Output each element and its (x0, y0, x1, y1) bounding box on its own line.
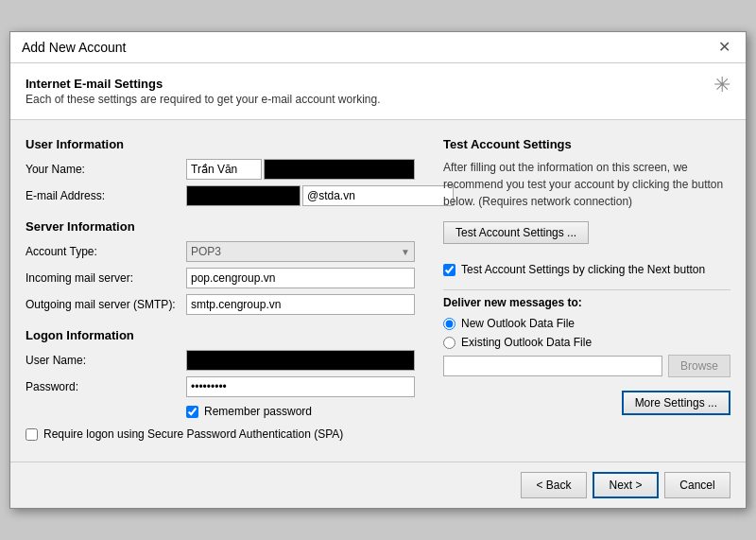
account-type-select[interactable]: POP3 ▼ (186, 241, 415, 262)
existing-outlook-label: Existing Outlook Data File (461, 336, 592, 349)
outgoing-mail-input[interactable] (186, 294, 415, 315)
header-section-title: Internet E-mail Settings (26, 77, 381, 91)
incoming-mail-row: Incoming mail server: (26, 268, 415, 288)
dialog-title: Add New Account (22, 40, 127, 55)
remember-password-checkbox[interactable] (186, 406, 198, 418)
right-panel: Test Account Settings After filling out … (443, 137, 730, 444)
email-domain-input[interactable] (302, 185, 454, 206)
username-row: User Name: (26, 350, 415, 371)
username-label: User Name: (26, 354, 186, 367)
password-input[interactable] (186, 376, 415, 397)
password-row: Password: (26, 376, 415, 397)
outgoing-mail-row: Outgoing mail server (SMTP): (26, 294, 415, 315)
divider (443, 289, 730, 290)
test-next-checkbox[interactable] (443, 264, 455, 276)
your-name-label: Your Name: (26, 163, 186, 176)
title-bar: Add New Account ✕ (10, 32, 746, 63)
remember-password-label: Remember password (204, 405, 312, 418)
right-section-title: Test Account Settings (443, 137, 730, 151)
account-type-row: Account Type: POP3 ▼ (26, 241, 415, 262)
header-section: Internet E-mail Settings Each of these s… (10, 63, 746, 120)
more-settings-row: More Settings ... (443, 391, 730, 415)
dropdown-arrow-icon: ▼ (401, 247, 410, 257)
outgoing-mail-label: Outgoing mail server (SMTP): (26, 298, 186, 311)
server-info-title: Server Information (26, 219, 415, 234)
left-panel: User Information Your Name: E-mail Addre… (26, 137, 415, 444)
spa-label: Require logon using Secure Password Auth… (43, 427, 343, 441)
incoming-mail-label: Incoming mail server: (26, 271, 186, 285)
username-input[interactable] (186, 350, 415, 371)
account-type-label: Account Type: (26, 245, 186, 258)
your-name-row: Your Name: (26, 159, 415, 180)
existing-outlook-radio[interactable] (443, 337, 455, 349)
header-description: Each of these settings are required to g… (26, 93, 381, 106)
test-account-button[interactable]: Test Account Settings ... (443, 221, 589, 244)
cancel-button[interactable]: Cancel (664, 472, 730, 498)
user-info-title: User Information (26, 137, 415, 151)
incoming-mail-input[interactable] (186, 268, 415, 288)
browse-button[interactable]: Browse (668, 355, 730, 377)
back-button[interactable]: < Back (521, 472, 587, 498)
next-button[interactable]: Next > (593, 472, 659, 498)
add-new-account-dialog: Add New Account ✕ Internet E-mail Settin… (9, 31, 747, 509)
existing-outlook-row: Existing Outlook Data File (443, 336, 730, 349)
new-outlook-label: New Outlook Data File (461, 317, 575, 330)
password-label: Password: (26, 380, 186, 393)
main-content: User Information Your Name: E-mail Addre… (10, 120, 746, 454)
new-outlook-radio[interactable] (443, 318, 455, 330)
spa-row: Require logon using Secure Password Auth… (26, 427, 415, 441)
your-name-last-input[interactable] (264, 159, 415, 180)
close-button[interactable]: ✕ (714, 40, 734, 55)
your-name-input[interactable] (186, 159, 262, 180)
snowflake-icon: ✳ (713, 73, 730, 97)
browse-input[interactable] (443, 356, 662, 376)
spa-checkbox[interactable] (26, 428, 38, 441)
test-next-label: Test Account Settings by clicking the Ne… (461, 263, 705, 276)
email-label: E-mail Address: (26, 189, 186, 202)
footer: < Back Next > Cancel (10, 462, 746, 508)
account-type-value: POP3 (191, 245, 221, 258)
email-row: E-mail Address: (26, 185, 415, 206)
logon-info-title: Logon Information (26, 328, 415, 342)
email-prefix-input[interactable] (186, 185, 301, 206)
remember-password-row: Remember password (186, 405, 415, 418)
new-outlook-row: New Outlook Data File (443, 317, 730, 330)
deliver-title: Deliver new messages to: (443, 296, 730, 309)
more-settings-button[interactable]: More Settings ... (622, 391, 730, 415)
test-next-row: Test Account Settings by clicking the Ne… (443, 263, 730, 276)
right-description: After filling out the information on thi… (443, 159, 730, 210)
browse-row: Browse (443, 355, 730, 377)
